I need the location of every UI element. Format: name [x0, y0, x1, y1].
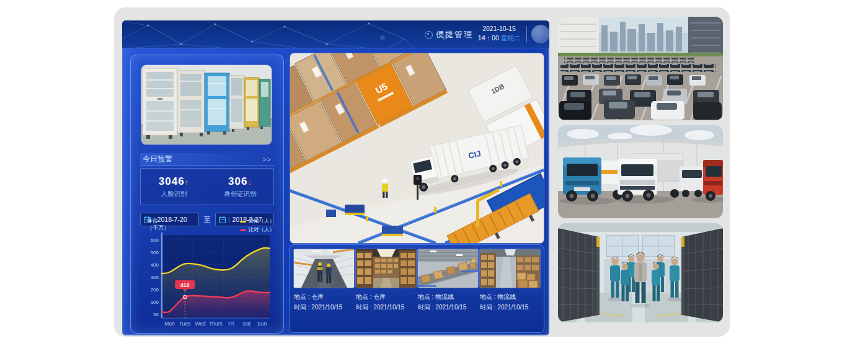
- parking-lot-photo: [558, 17, 723, 120]
- svg-text:412: 412: [180, 282, 190, 288]
- svg-text:100: 100: [151, 299, 159, 305]
- dashboard-topbar: 便捷管理 2021-10-15 14：00 星期二: [122, 20, 549, 48]
- monitor-thumb-warehouse-2[interactable]: [356, 249, 416, 288]
- workers-photo: [558, 223, 723, 322]
- svg-text:50: 50: [153, 312, 159, 317]
- storage-cabinets-photo: [141, 65, 272, 144]
- monitor-thumb-warehouse-3[interactable]: [480, 249, 540, 288]
- monitor-thumb-warehouse-1[interactable]: [294, 249, 354, 288]
- monitor-thumb-conveyor[interactable]: [418, 249, 478, 288]
- svg-text:Sun: Sun: [257, 321, 267, 327]
- warehouse-live-view[interactable]: U5: [290, 53, 544, 243]
- svg-text:Fri: Fri: [228, 321, 234, 327]
- trend-chart: 单位 （千万） 抓拍（人） 比对（人） 50100200300400500600…: [138, 218, 276, 329]
- screen: 便捷管理 2021-10-15 14：00 星期二: [0, 0, 868, 341]
- svg-text:Thurs: Thurs: [209, 321, 223, 327]
- svg-text:Tues: Tues: [179, 321, 191, 327]
- stat-id-recognition: 306↓ 身份证识别: [207, 169, 273, 205]
- today-alerts-header: 今日预警 >>: [140, 153, 274, 166]
- alerts-stats-box: 3046↑ 人脸识别 306↓ 身份证识别: [140, 168, 274, 205]
- svg-text:500: 500: [151, 250, 159, 255]
- legend-capture: 抓拍（人）: [240, 218, 275, 225]
- svg-text:300: 300: [151, 275, 159, 280]
- app-logo-icon: [425, 31, 433, 39]
- monitor-feeds-panel: 地点 : 仓库时间 : 2021/10/15 地点 : 仓库时间 : 2021/…: [289, 244, 544, 333]
- legend-dash-yellow: [240, 221, 246, 223]
- legend-dash-red: [240, 229, 246, 231]
- svg-text:Wed: Wed: [195, 321, 206, 327]
- svg-text:600: 600: [151, 237, 159, 243]
- chart-legend: 抓拍（人） 比对（人）: [240, 218, 275, 234]
- left-stats-panel: 今日预警 >> 3046↑ 人脸识别 306↓ 身份证识别: [130, 55, 284, 334]
- weekday-text: 星期二: [501, 34, 521, 42]
- legend-compare: 比对（人）: [240, 226, 275, 234]
- date-text: 2021-10-15: [473, 24, 525, 33]
- monitor-caption: 地点 : 仓库时间 : 2021/10/15: [356, 291, 416, 312]
- stat-label: 人脸识别: [161, 190, 187, 198]
- svg-text:400: 400: [151, 262, 159, 268]
- svg-text:Mon: Mon: [164, 321, 175, 327]
- dashboard-window: 便捷管理 2021-10-15 14：00 星期二: [122, 20, 549, 335]
- topbar-divider: [526, 26, 527, 42]
- today-alerts-title: 今日预警: [143, 154, 172, 164]
- app-title: 便捷管理: [425, 29, 473, 40]
- stat-label: 身份证识别: [224, 190, 257, 198]
- user-avatar[interactable]: [531, 25, 549, 43]
- monitor-caption: 地点 : 物流线时间 : 2021/10/15: [418, 291, 478, 312]
- time-text: 14：00: [478, 34, 499, 42]
- chart-canvas: 50100200300400500600MonTuesWedThursFriSa…: [138, 218, 276, 329]
- monitor-caption: 地点 : 仓库时间 : 2021/10/15: [294, 291, 354, 312]
- stat-value: 3046: [159, 175, 185, 187]
- alerts-more-button[interactable]: >>: [262, 156, 272, 163]
- trucks-photo: [558, 125, 723, 218]
- datetime-display: 2021-10-15 14：00 星期二: [473, 24, 525, 43]
- svg-text:200: 200: [151, 287, 159, 293]
- up-arrow-icon: ↑: [185, 177, 190, 187]
- stat-face-recognition: 3046↑ 人脸识别: [141, 169, 207, 205]
- chart-unit-label: 单位 （千万）: [147, 218, 169, 231]
- app-title-text: 便捷管理: [436, 29, 473, 40]
- stat-value: 306: [228, 175, 247, 187]
- monitor-caption: 地点 : 物流线时间 : 2021/10/15: [480, 291, 540, 312]
- svg-text:Sat: Sat: [242, 321, 250, 327]
- down-arrow-icon: ↓: [247, 177, 252, 187]
